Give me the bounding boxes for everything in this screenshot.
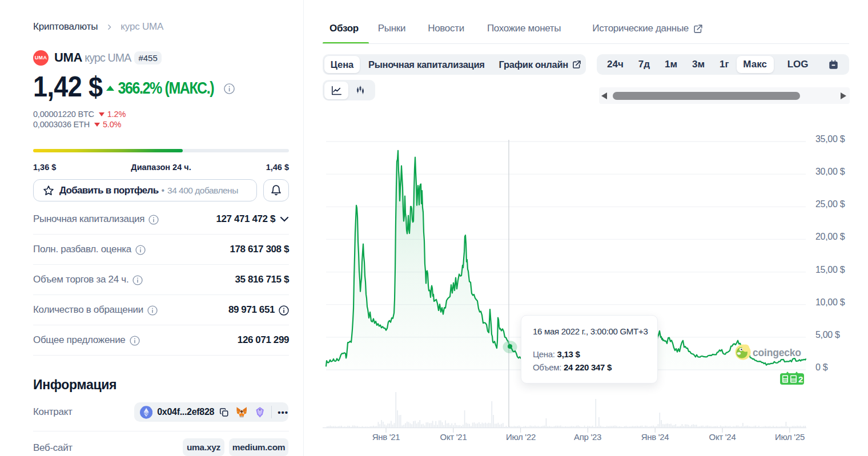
svg-text:2: 2 <box>798 374 803 384</box>
